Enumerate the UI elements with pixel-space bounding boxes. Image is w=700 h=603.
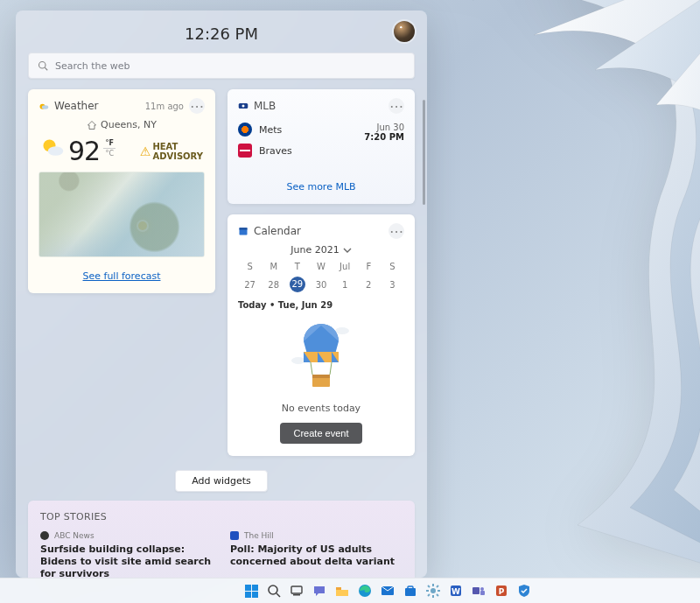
mlb-team-row[interactable]: Mets [238, 123, 292, 137]
team-name: Braves [259, 145, 292, 157]
svg-line-18 [276, 593, 280, 597]
calendar-day[interactable]: 2 [357, 274, 381, 295]
svg-point-5 [48, 146, 64, 156]
create-event-button[interactable]: Create event [280, 423, 363, 444]
source-icon [230, 531, 239, 540]
svg-point-0 [39, 62, 46, 69]
source-icon [40, 531, 49, 540]
top-stories-widget[interactable]: TOP STORIES ABC News Surfside building c… [28, 501, 415, 578]
calendar-day[interactable]: 30 [309, 274, 332, 295]
svg-text:W: W [452, 587, 460, 596]
story-headline: Poll: Majority of US adults concerned ab… [230, 543, 402, 568]
calendar-title: Calendar [254, 225, 301, 237]
calendar-month-picker[interactable]: June 2021 [238, 244, 404, 256]
svg-point-17 [269, 585, 277, 594]
calendar-day[interactable]: 27 [238, 274, 262, 295]
taskbar-search-button[interactable] [265, 582, 283, 599]
story-item[interactable]: ABC News Surfside building collapse: Bid… [40, 531, 213, 578]
warning-icon: ⚠ [140, 144, 151, 158]
office-app-button[interactable]: W [447, 582, 465, 599]
svg-line-1 [45, 67, 47, 70]
calendar-icon [238, 226, 248, 236]
mail-button[interactable] [379, 582, 396, 599]
task-view-button[interactable] [288, 582, 305, 599]
weather-title: Weather [54, 100, 99, 112]
weather-map[interactable] [38, 172, 205, 257]
search-box[interactable]: Search the web [28, 53, 415, 79]
calendar-widget[interactable]: Calendar ⋯ June 2021 SMTWJulFS 272829301… [228, 214, 415, 456]
calendar-dow: S [238, 259, 262, 274]
weather-icon [38, 101, 49, 111]
search-icon [38, 60, 48, 71]
calendar-more-button[interactable]: ⋯ [388, 223, 404, 239]
mlb-more-button[interactable]: ⋯ [388, 98, 404, 114]
svg-text:P: P [499, 587, 505, 596]
chevron-down-icon [343, 246, 352, 255]
office-app-button-2[interactable]: P [493, 582, 510, 599]
file-explorer-button[interactable] [333, 582, 351, 599]
calendar-dow: S [381, 259, 404, 274]
story-headline: Surfside building collapse: Bidens to vi… [40, 543, 213, 578]
store-button[interactable] [402, 582, 419, 599]
weather-more-button[interactable]: ⋯ [189, 98, 205, 114]
calendar-dow: M [262, 259, 285, 274]
chat-button[interactable] [311, 582, 328, 599]
svg-rect-9 [240, 228, 248, 229]
panel-clock: 12:26 PM [185, 25, 258, 43]
story-source: The Hill [244, 531, 274, 540]
calendar-dow: T [285, 259, 309, 274]
home-icon [87, 120, 97, 130]
svg-line-34 [428, 594, 430, 596]
widgets-panel: 12:26 PM Search the web Weather [16, 11, 427, 578]
mlb-team-row[interactable]: Braves [238, 144, 292, 158]
svg-line-14 [330, 362, 332, 375]
search-placeholder: Search the web [55, 60, 130, 72]
calendar-day[interactable]: 1 [333, 274, 357, 295]
add-widgets-button[interactable]: Add widgets [175, 470, 268, 492]
svg-point-10 [335, 327, 349, 334]
balloon-illustration [286, 317, 356, 392]
svg-point-26 [430, 588, 436, 593]
svg-line-31 [428, 585, 430, 587]
svg-rect-39 [480, 591, 485, 595]
mlb-link[interactable]: See more MLB [286, 181, 355, 193]
user-avatar[interactable] [394, 21, 415, 42]
story-item[interactable]: The Hill Poll: Majority of US adults con… [230, 531, 402, 578]
calendar-week-strip[interactable]: SMTWJulFS 27282930123 [238, 259, 404, 295]
svg-rect-21 [336, 587, 341, 590]
calendar-day[interactable]: 29 [285, 274, 309, 295]
calendar-dow: Jul [333, 259, 357, 274]
svg-point-11 [291, 357, 305, 364]
teams-button[interactable] [470, 582, 487, 599]
svg-point-38 [480, 587, 484, 591]
weather-temp: 92 [68, 136, 100, 166]
weather-location: Queens, NY [101, 119, 157, 130]
svg-rect-19 [291, 586, 302, 593]
mlb-title: MLB [254, 100, 276, 112]
svg-line-32 [437, 594, 438, 596]
calendar-day[interactable]: 3 [381, 274, 404, 295]
calendar-dow: W [309, 259, 332, 274]
braves-logo-icon [238, 144, 252, 158]
settings-button[interactable] [424, 582, 442, 599]
weather-widget[interactable]: Weather 11m ago ⋯ Queens, NY [28, 89, 215, 293]
svg-rect-37 [472, 587, 480, 594]
start-button[interactable] [242, 582, 260, 599]
svg-line-33 [437, 585, 438, 587]
sun-cloud-icon [40, 136, 65, 160]
scrollbar[interactable] [423, 100, 425, 205]
map-location-dot [138, 221, 147, 230]
mlb-widget[interactable]: MLB ⋯ Mets Braves [228, 89, 415, 204]
calendar-day[interactable]: 28 [262, 274, 285, 295]
game-time: Jun 30 7:20 PM [364, 123, 404, 142]
svg-rect-25 [408, 586, 413, 589]
story-source: ABC News [54, 531, 94, 540]
svg-rect-16 [312, 375, 330, 378]
mets-logo-icon [238, 123, 252, 137]
svg-rect-20 [293, 594, 300, 596]
security-button[interactable] [515, 582, 533, 599]
unit-toggle[interactable]: °F °C [103, 139, 116, 158]
forecast-link[interactable]: See full forecast [83, 270, 161, 282]
edge-button[interactable] [356, 582, 374, 599]
weather-advisory[interactable]: ⚠ HEAT ADVISORY [140, 142, 203, 161]
